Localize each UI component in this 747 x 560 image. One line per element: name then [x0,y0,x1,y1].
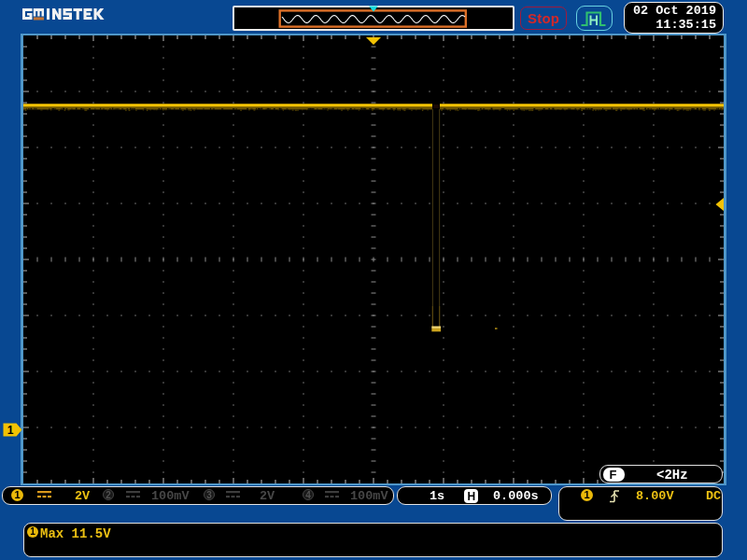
svg-text:1: 1 [7,424,14,437]
